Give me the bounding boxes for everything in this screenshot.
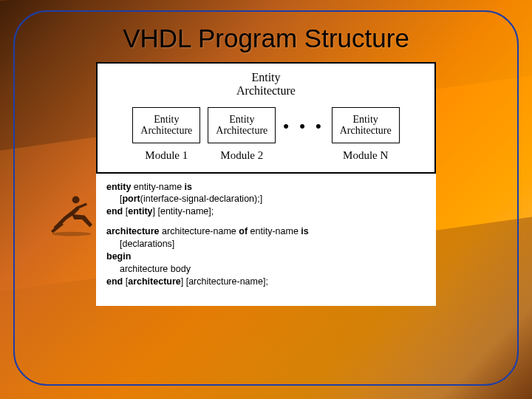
module-1-label: Module 1: [145, 149, 188, 162]
entity-name-placeholder: entity-name: [131, 182, 184, 192]
top-module-label: Entity Architecture: [236, 71, 296, 98]
module-n-arch: Architecture: [338, 125, 393, 136]
port-decl-text: (interface-signal-declaration);]: [140, 194, 262, 204]
module-1-box: Entity Architecture: [132, 107, 200, 143]
module-2-entity: Entity: [214, 114, 269, 125]
syntax-code-block: entity entity-name is [port(interface-si…: [96, 174, 436, 306]
module-n-entity: Entity: [338, 114, 393, 125]
module-1-entity: Entity: [139, 114, 194, 125]
arch-line-2: [declarations]: [106, 238, 426, 250]
module-2-arch: Architecture: [214, 125, 269, 136]
module-2-box: Entity Architecture: [208, 107, 276, 143]
page-title: VHDL Program Structure: [123, 24, 409, 53]
module-row: Entity Architecture Module 1 Entity Arch…: [106, 107, 426, 162]
kw-of: of: [239, 226, 248, 236]
arch-line-1: architecture architecture-name of entity…: [106, 225, 426, 238]
entity-line-2: [port(interface-signal-declaration);]: [106, 193, 426, 205]
arch-entity-placeholder: entity-name: [248, 226, 301, 236]
kw-is-2: is: [301, 226, 308, 236]
arch-end-text: ] [architecture-name];: [181, 276, 268, 287]
module-1: Entity Architecture Module 1: [132, 107, 200, 162]
kw-end-2: end: [106, 276, 126, 287]
module-2-label: Module 2: [220, 149, 263, 162]
kw-port: port: [122, 194, 140, 204]
module-n: Entity Architecture Module N: [332, 107, 400, 162]
arch-name-placeholder: architecture-name: [160, 226, 239, 236]
entity-line-3: end [entity] [entity-name];: [106, 205, 426, 218]
kw-architecture-2: architecture: [128, 276, 181, 287]
slide-content: VHDL Program Structure Entity Architectu…: [13, 10, 519, 386]
module-n-label: Module N: [343, 149, 388, 162]
ellipsis-icon: • • •: [283, 117, 324, 152]
entity-line-1: entity entity-name is: [106, 181, 426, 194]
entity-text: Entity: [236, 71, 296, 84]
architecture-syntax: architecture architecture-name of entity…: [106, 225, 426, 287]
module-2: Entity Architecture Module 2: [208, 107, 276, 162]
kw-entity-2: entity: [128, 206, 152, 216]
arch-text: Architecture: [236, 84, 296, 98]
kw-is: is: [185, 182, 192, 192]
kw-end: end: [106, 206, 126, 216]
arch-line-4: architecture body: [106, 263, 426, 276]
kw-architecture: architecture: [106, 226, 160, 236]
kw-begin: begin: [106, 250, 426, 263]
module-n-box: Entity Architecture: [332, 107, 400, 143]
module-1-arch: Architecture: [139, 125, 194, 136]
entity-syntax: entity entity-name is [port(interface-si…: [106, 181, 426, 219]
entity-end-text: ] [entity-name];: [153, 206, 214, 216]
arch-line-5: end [architecture] [architecture-name];: [106, 276, 426, 288]
kw-entity: entity: [106, 182, 131, 192]
structure-diagram: Entity Architecture Entity Architecture …: [96, 62, 436, 174]
